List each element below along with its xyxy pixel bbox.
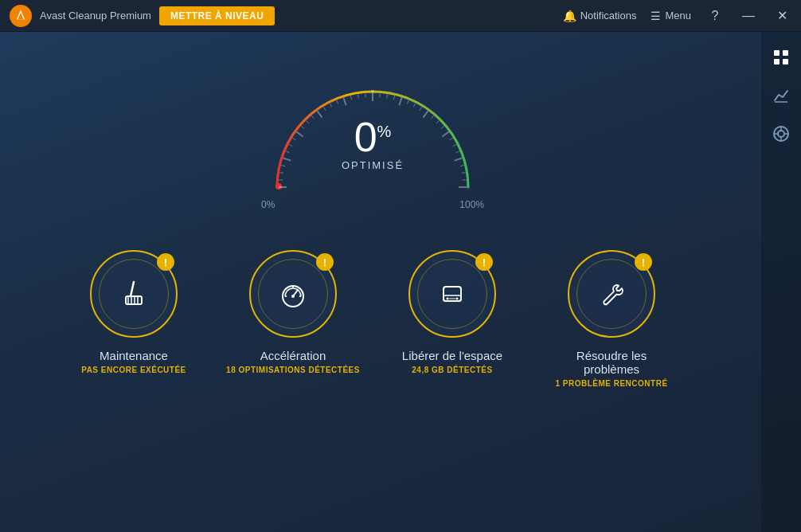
maintenance-title: Maintenance (100, 349, 168, 362)
titlebar-left: Avast Cleanup Premium METTRE À NIVEAU (10, 5, 275, 27)
acceleration-badge: ! (316, 253, 334, 271)
free-space-card[interactable]: ! Libérer de l'espace 24,8 GB DÉTECTÉS (385, 250, 520, 388)
close-button[interactable]: ✕ (772, 8, 791, 23)
svg-point-54 (291, 295, 295, 298)
svg-rect-63 (774, 50, 780, 56)
drive-icon (437, 279, 467, 309)
gauge-section: 0% OPTIMISÉ 0% 100% (253, 64, 492, 210)
svg-line-12 (292, 138, 295, 140)
sidebar (761, 32, 801, 532)
menu-icon: ☰ (651, 10, 661, 22)
svg-line-29 (399, 98, 401, 106)
maintenance-circle: ! (90, 250, 178, 338)
svg-line-13 (297, 132, 303, 137)
svg-line-42 (460, 165, 464, 166)
gauge-optimised-label: OPTIMISÉ (342, 159, 404, 171)
svg-point-60 (447, 298, 449, 300)
svg-rect-66 (783, 59, 788, 65)
svg-line-41 (455, 158, 463, 161)
content-area: 0% OPTIMISÉ 0% 100% (0, 32, 761, 532)
maintenance-badge: ! (157, 253, 174, 271)
svg-line-34 (431, 115, 433, 119)
svg-line-33 (423, 111, 428, 118)
svg-line-43 (462, 173, 466, 174)
fix-problems-badge: ! (635, 253, 652, 271)
sidebar-chart-button[interactable] (764, 78, 799, 113)
fix-problems-subtitle: 1 PROBLÈME RENCONTRÉ (555, 379, 667, 388)
fix-problems-card[interactable]: ! Résoudre les problèmes 1 PROBLÈME RENC… (544, 250, 679, 388)
maintenance-card[interactable]: ! Maintenance PAS ENCORE EXÉCUTÉE (66, 250, 201, 388)
svg-line-8 (281, 165, 285, 166)
acceleration-card[interactable]: ! Accélération 18 OPTIMISATIONS DÉTECTÉE… (225, 250, 361, 388)
free-space-badge: ! (475, 253, 493, 271)
svg-point-69 (778, 131, 784, 137)
free-space-title: Libérer de l'espace (402, 349, 502, 362)
help-button[interactable]: ? (705, 9, 725, 23)
svg-line-14 (301, 126, 304, 128)
svg-line-31 (413, 104, 415, 107)
svg-line-28 (393, 96, 394, 100)
svg-line-23 (358, 94, 359, 98)
gauge-percent-value: 0% (342, 116, 404, 158)
maintenance-subtitle: PAS ENCORE EXÉCUTÉE (81, 366, 186, 374)
svg-line-19 (330, 104, 331, 107)
sidebar-support-button[interactable] (764, 116, 799, 151)
svg-line-27 (387, 94, 388, 98)
speedometer-icon (278, 279, 308, 309)
menu-button[interactable]: ☰ Menu (651, 10, 691, 22)
titlebar: Avast Cleanup Premium METTRE À NIVEAU 🔔 … (0, 0, 801, 32)
svg-line-37 (442, 132, 448, 137)
free-space-circle: ! (408, 250, 496, 338)
svg-line-21 (344, 98, 346, 106)
bell-icon: 🔔 (563, 10, 576, 22)
gauge-center-text: 0% OPTIMISÉ (342, 116, 404, 171)
fix-problems-title: Résoudre les problèmes (556, 349, 667, 376)
fix-problems-circle: ! (568, 250, 655, 338)
svg-line-39 (453, 144, 456, 146)
svg-line-11 (289, 144, 292, 146)
titlebar-right: 🔔 Notifications ☰ Menu ? — ✕ (563, 8, 791, 23)
acceleration-subtitle: 18 OPTIMISATIONS DÉTECTÉES (226, 366, 360, 374)
svg-line-35 (436, 121, 440, 124)
svg-line-20 (337, 100, 338, 104)
support-icon (772, 125, 790, 143)
svg-line-9 (283, 158, 291, 161)
avast-logo-icon (10, 5, 32, 27)
broom-icon (119, 279, 149, 309)
svg-rect-65 (774, 59, 780, 65)
upgrade-button[interactable]: METTRE À NIVEAU (159, 6, 275, 25)
svg-rect-64 (783, 50, 788, 56)
wrench-icon (596, 279, 627, 309)
svg-line-17 (318, 111, 322, 118)
gauge-container: 0% OPTIMISÉ (253, 64, 492, 207)
cards-row: ! Maintenance PAS ENCORE EXÉCUTÉE (66, 250, 679, 388)
acceleration-circle: ! (249, 250, 337, 338)
svg-line-32 (420, 107, 422, 110)
svg-line-22 (350, 96, 351, 100)
svg-line-30 (407, 100, 408, 104)
svg-line-36 (441, 126, 444, 128)
grid-icon (772, 49, 790, 66)
minimize-button[interactable]: — (739, 9, 758, 23)
app-title: Avast Cleanup Premium (40, 10, 151, 22)
sidebar-grid-button[interactable] (764, 40, 799, 75)
svg-line-40 (455, 151, 459, 153)
svg-line-7 (279, 173, 283, 174)
svg-point-4 (371, 90, 374, 93)
svg-line-18 (323, 107, 326, 110)
svg-line-16 (311, 115, 314, 119)
svg-line-38 (449, 138, 452, 140)
free-space-subtitle: 24,8 GB DÉTECTÉS (412, 366, 492, 374)
svg-line-10 (286, 151, 290, 153)
svg-point-61 (456, 298, 459, 300)
main-area: 0% OPTIMISÉ 0% 100% (0, 32, 801, 532)
acceleration-title: Accélération (260, 349, 326, 362)
notifications-button[interactable]: 🔔 Notifications (563, 10, 637, 22)
svg-line-15 (307, 121, 310, 124)
chart-icon (772, 87, 790, 104)
svg-line-46 (131, 282, 134, 296)
